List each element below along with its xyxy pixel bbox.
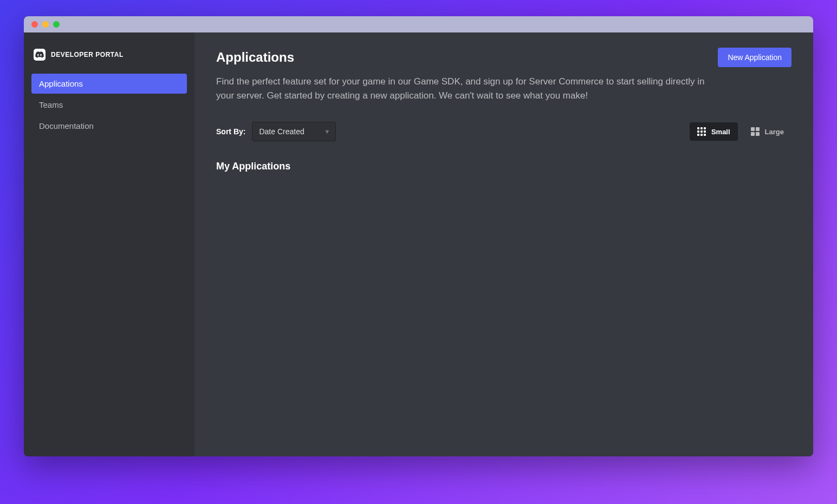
app-window: DEVELOPER PORTAL Applications Teams Docu…	[24, 16, 813, 456]
sort-selected-value: Date Created	[259, 127, 304, 136]
new-application-button[interactable]: New Application	[718, 48, 791, 67]
brand-label: DEVELOPER PORTAL	[51, 51, 124, 58]
view-large-button[interactable]: Large	[743, 122, 791, 141]
grid-large-icon	[751, 127, 760, 136]
sidebar-item-label: Teams	[39, 100, 63, 109]
view-small-button[interactable]: Small	[690, 122, 738, 141]
page-header: Applications New Application	[216, 48, 791, 67]
window-close-button[interactable]	[31, 21, 38, 28]
sidebar-item-label: Applications	[39, 79, 83, 88]
sidebar-nav: Applications Teams Documentation	[31, 74, 187, 136]
chevron-down-icon: ▼	[325, 128, 330, 135]
sidebar: DEVELOPER PORTAL Applications Teams Docu…	[24, 32, 194, 456]
window-minimize-button[interactable]	[42, 21, 49, 28]
sort-select[interactable]: Date Created ▼	[252, 122, 336, 141]
window-titlebar	[24, 16, 813, 32]
view-small-label: Small	[711, 128, 730, 136]
view-large-label: Large	[765, 128, 784, 136]
view-toggles: Small Large	[690, 122, 791, 141]
sidebar-item-teams[interactable]: Teams	[31, 95, 187, 115]
discord-logo-icon	[34, 49, 46, 61]
sort-group: Sort By: Date Created ▼	[216, 122, 336, 141]
window-body: DEVELOPER PORTAL Applications Teams Docu…	[24, 32, 813, 456]
page-description: Find the perfect feature set for your ga…	[216, 75, 715, 102]
grid-small-icon	[697, 127, 706, 136]
sidebar-item-label: Documentation	[39, 121, 94, 130]
page-title: Applications	[216, 50, 294, 65]
sort-label: Sort By:	[216, 127, 245, 136]
window-maximize-button[interactable]	[53, 21, 60, 28]
my-applications-heading: My Applications	[216, 161, 791, 172]
brand: DEVELOPER PORTAL	[31, 45, 187, 70]
sidebar-item-documentation[interactable]: Documentation	[31, 116, 187, 136]
controls-row: Sort By: Date Created ▼ Small	[216, 122, 791, 141]
main-content: Applications New Application Find the pe…	[194, 32, 813, 456]
sidebar-item-applications[interactable]: Applications	[31, 74, 187, 94]
